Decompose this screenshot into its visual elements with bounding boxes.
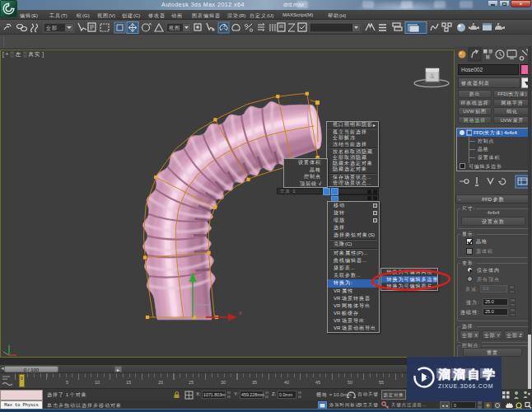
svg-text:视图: 视图	[169, 25, 180, 31]
svg-text:3: 3	[223, 23, 226, 28]
svg-text:全部: 全部	[45, 25, 58, 31]
svg-text:x: x	[239, 310, 242, 316]
